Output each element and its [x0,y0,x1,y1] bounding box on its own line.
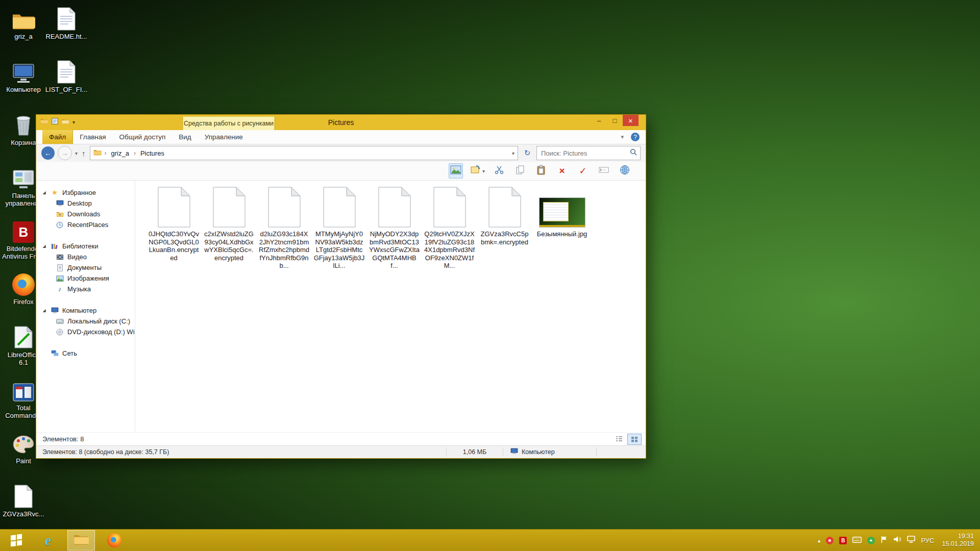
encrypted-file-icon [323,185,356,228]
toolbar-paste-button[interactable] [534,164,548,178]
tray-safely-remove-icon[interactable] [867,537,875,544]
quick-access-toolbar: ▾ [40,117,75,127]
sidebar-item-documents[interactable]: Документы [36,262,135,273]
toolbar-network-button[interactable] [618,164,631,178]
file-item[interactable]: 0JHQtdC30YvQvNGP0L3QvdGL0LkuanBn.encrypt… [148,185,200,262]
file-item[interactable]: MTMyMjAyNjY0NV93aW5kb3dzLTgtd2FsbHMtcGFj… [313,185,365,270]
pictures-library-icon [56,274,64,283]
sidebar-item-videos[interactable]: Видео [36,252,135,262]
file-item[interactable]: Безымянный.jpg [533,185,591,238]
toolbar-cut-button[interactable] [493,164,506,178]
desktop-icon-readme[interactable]: README.ht... [45,6,88,40]
tray-volume-icon[interactable] [893,536,901,545]
ribbon-collapse-button[interactable]: ▾ [621,134,624,140]
expand-arrow-icon[interactable]: ◢ [41,308,47,313]
sidebar-item-local-disk-c[interactable]: Локальный диск (C:) [36,316,135,327]
sidebar-item-music[interactable]: ♪ Музыка [36,284,135,294]
close-button[interactable]: × [623,115,639,126]
recent-places-icon [56,221,64,229]
help-button[interactable]: ? [631,133,640,141]
breadcrumb-folder-icon [93,148,102,158]
navigation-pane: ◢ ★ Избранное Desktop Downloads [36,181,135,432]
tray-action-center-icon[interactable] [880,536,888,545]
encrypted-file-icon [268,185,301,228]
tray-keyboard-icon[interactable] [852,536,862,545]
search-input[interactable] [540,149,628,158]
expand-arrow-icon[interactable]: ◢ [41,190,47,195]
system-menu-icon[interactable] [40,117,48,127]
sidebar-item-recentplaces[interactable]: RecentPlaces [36,219,135,230]
refresh-button[interactable]: ↻ [521,147,533,159]
file-item[interactable]: d2luZG93c184X2JhY2tncm91bmRfZmxhc2hpbmdf… [258,185,310,270]
sidebar-item-dvd-drive-d[interactable]: DVD-дисковод (D:) Win_8_ [36,327,135,337]
section-label: Избранное [62,189,96,196]
show-hidden-icons-button[interactable]: ▴ [818,538,820,543]
breadcrumb[interactable]: › griz_a › Pictures ▾ [90,146,518,160]
tab-share[interactable]: Общий доступ [113,130,173,144]
desktop-icon-list-of-files[interactable]: LIST_OF_FI... [45,59,88,93]
window-titlebar[interactable]: ▾ Pictures Средства работы с рисунками –… [36,115,646,130]
desktop-icon-computer[interactable]: Компьютер [2,59,45,93]
taskbar-ie-button[interactable]: e [36,530,60,550]
toolbar-delete-button[interactable]: × [555,164,569,178]
item-label: Видео [67,253,87,261]
tab-view[interactable]: Вид [172,130,198,144]
clock[interactable]: 19:31 15.01.2019 [942,533,974,548]
sidebar-section-favorites[interactable]: ◢ ★ Избранное [36,187,135,198]
status-size: 1,06 МБ [447,446,503,458]
file-item[interactable]: c2xIZWstd2luZG93cy04LXdhbGxwYXBlci5qcGc=… [203,185,255,262]
tab-manage[interactable]: Управление [198,130,250,144]
item-label: Музыка [67,285,91,293]
tray-bitdefender-icon[interactable]: B [839,537,847,544]
qat-properties-button[interactable] [52,117,58,127]
view-thumbnails-button[interactable] [627,434,642,445]
breadcrumb-item-pictures[interactable]: Pictures [139,149,166,157]
tray-network-icon[interactable] [907,536,915,545]
toolbar-rotate-button[interactable]: ▾ [471,164,485,178]
sidebar-section-computer[interactable]: ◢ Компьютер [36,305,135,316]
back-button[interactable]: ← [41,146,55,160]
computer-mini-icon [51,306,59,314]
desktop-icon-griz-a[interactable]: griz_a [2,6,45,40]
breadcrumb-separator: › [134,149,136,157]
toolbar-rename-button[interactable] [597,164,610,178]
search-box[interactable] [536,146,641,160]
language-indicator[interactable]: РУС [921,537,934,544]
item-label: DVD-дисковод (D:) Win_8_ [67,328,135,336]
breadcrumb-item-griz-a[interactable]: griz_a [110,149,131,157]
maximize-button[interactable]: □ [607,115,623,126]
caption-buttons: – □ × [591,115,639,126]
taskbar-firefox-button[interactable] [102,530,127,550]
file-list[interactable]: 0JHQtdC30YvQvNGP0L3QvdGL0LkuanBn.encrypt… [135,181,646,432]
toolbar-copy-button[interactable] [513,164,527,178]
tab-home[interactable]: Главная [73,130,112,144]
tab-file[interactable]: Файл [42,130,73,144]
qat-dropdown-button[interactable]: ▾ [72,119,75,125]
toolbar-confirm-button[interactable]: ✓ [576,164,590,178]
rotate-icon [471,165,481,177]
file-item[interactable]: Q29tcHV0ZXJzX19fV2luZG93c184X1dpbmRvd3Nf… [423,185,476,270]
start-button[interactable] [4,530,29,550]
qat-new-folder-button[interactable] [62,117,69,127]
sidebar-section-network[interactable]: Сеть [36,347,135,359]
view-details-button[interactable] [612,434,626,444]
file-item[interactable]: NjMyODY2X3dpbmRvd3MtOC13YWxscGFwZXItaGQt… [368,185,421,270]
desktop-icon-zgvza3rvc[interactable]: ZGVza3Rvc... [2,484,45,518]
address-history-dropdown[interactable]: ▾ [512,151,514,156]
sidebar-item-downloads[interactable]: Downloads [36,209,135,219]
minimize-button[interactable]: – [591,115,607,126]
status-summary: Элементов: 8 (свободно на диске: 35,7 ГБ… [36,446,446,458]
taskbar-explorer-button[interactable] [67,530,95,550]
sidebar-item-pictures[interactable]: Изображения [36,273,135,284]
desktop-icon-label: Компьютер [6,86,40,93]
expand-arrow-icon[interactable]: ◢ [41,244,47,248]
up-button[interactable]: ↑ [82,149,86,158]
forward-button[interactable]: → [58,146,72,160]
file-item[interactable]: ZGVza3RvcC5pbmk=.encrypted [478,185,531,246]
tray-status-icon[interactable] [826,537,834,544]
sidebar-section-libraries[interactable]: ◢ Библиотеки [36,240,135,252]
toolbar-slideshow-button[interactable] [449,163,463,179]
sidebar-item-desktop[interactable]: Desktop [36,198,135,209]
computer-icon [12,59,35,84]
recent-pages-dropdown[interactable]: ▾ [75,151,78,156]
